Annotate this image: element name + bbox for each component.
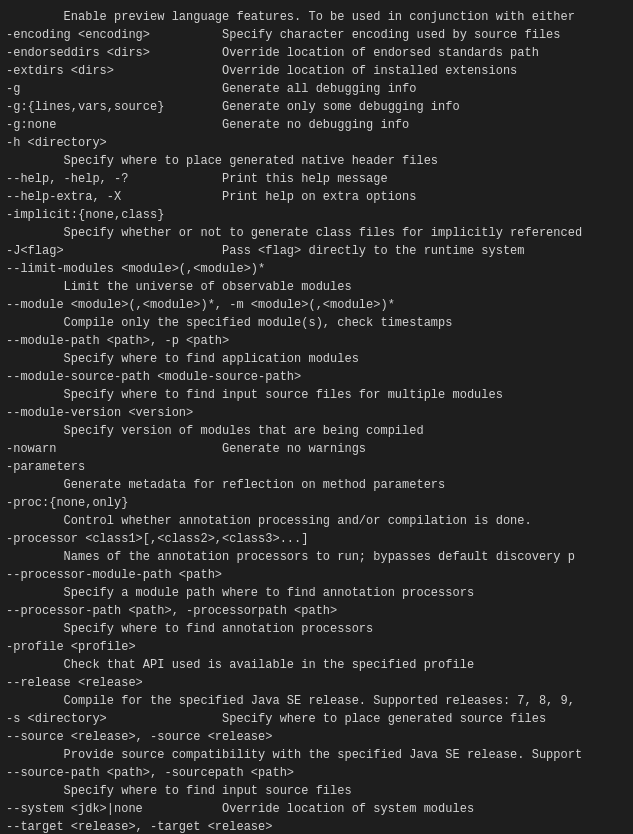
terminal-line: -endorseddirs <dirs> Override location o…: [6, 44, 627, 62]
terminal-line: Specify where to find input source files…: [6, 386, 627, 404]
terminal-line: --processor-path <path>, -processorpath …: [6, 602, 627, 620]
terminal-line: Names of the annotation processors to ru…: [6, 548, 627, 566]
terminal-line: Specify where to find input source files: [6, 782, 627, 800]
terminal-line: --processor-module-path <path>: [6, 566, 627, 584]
terminal-line: --target <release>, -target <release>: [6, 818, 627, 834]
terminal-line: Specify version of modules that are bein…: [6, 422, 627, 440]
terminal-line: --release <release>: [6, 674, 627, 692]
terminal-line: Enable preview language features. To be …: [6, 8, 627, 26]
terminal-line: -h <directory>: [6, 134, 627, 152]
terminal-line: -extdirs <dirs> Override location of ins…: [6, 62, 627, 80]
terminal-line: --module-version <version>: [6, 404, 627, 422]
terminal-line: --module <module>(,<module>)*, -m <modul…: [6, 296, 627, 314]
terminal-line: -implicit:{none,class}: [6, 206, 627, 224]
terminal-line: Specify whether or not to generate class…: [6, 224, 627, 242]
terminal-line: Provide source compatibility with the sp…: [6, 746, 627, 764]
terminal-line: Compile only the specified module(s), ch…: [6, 314, 627, 332]
terminal-line: Limit the universe of observable modules: [6, 278, 627, 296]
terminal-line: Check that API used is available in the …: [6, 656, 627, 674]
terminal-line: --module-source-path <module-source-path…: [6, 368, 627, 386]
terminal-line: Specify where to place generated native …: [6, 152, 627, 170]
terminal-line: -J<flag> Pass <flag> directly to the run…: [6, 242, 627, 260]
terminal-line: Specify where to find annotation process…: [6, 620, 627, 638]
terminal-line: -g:{lines,vars,source} Generate only som…: [6, 98, 627, 116]
terminal-line: Specify a module path where to find anno…: [6, 584, 627, 602]
terminal-line: Generate metadata for reflection on meth…: [6, 476, 627, 494]
terminal-line: Specify where to find application module…: [6, 350, 627, 368]
terminal-output: Enable preview language features. To be …: [6, 8, 627, 834]
terminal-line: Control whether annotation processing an…: [6, 512, 627, 530]
terminal-line: -profile <profile>: [6, 638, 627, 656]
terminal-line: -g Generate all debugging info: [6, 80, 627, 98]
terminal-line: -nowarn Generate no warnings: [6, 440, 627, 458]
terminal-line: --system <jdk>|none Override location of…: [6, 800, 627, 818]
terminal-line: -processor <class1>[,<class2>,<class3>..…: [6, 530, 627, 548]
terminal-line: -parameters: [6, 458, 627, 476]
terminal-line: --help-extra, -X Print help on extra opt…: [6, 188, 627, 206]
terminal-line: --source-path <path>, -sourcepath <path>: [6, 764, 627, 782]
terminal-line: --limit-modules <module>(,<module>)*: [6, 260, 627, 278]
terminal-line: --source <release>, -source <release>: [6, 728, 627, 746]
terminal-line: -proc:{none,only}: [6, 494, 627, 512]
terminal-line: -s <directory> Specify where to place ge…: [6, 710, 627, 728]
terminal-line: --help, -help, -? Print this help messag…: [6, 170, 627, 188]
terminal-line: -g:none Generate no debugging info: [6, 116, 627, 134]
terminal-line: --module-path <path>, -p <path>: [6, 332, 627, 350]
terminal-line: -encoding <encoding> Specify character e…: [6, 26, 627, 44]
terminal-line: Compile for the specified Java SE releas…: [6, 692, 627, 710]
